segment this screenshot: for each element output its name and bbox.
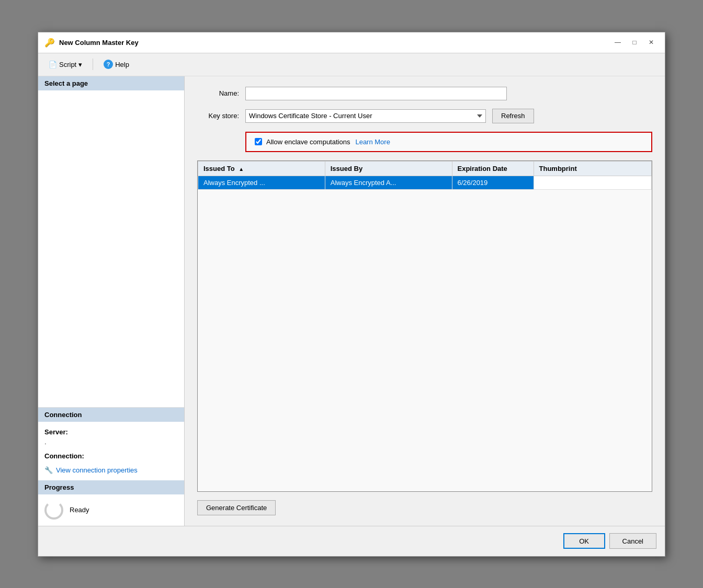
- enclave-label: Allow enclave computations: [266, 138, 350, 146]
- maximize-button[interactable]: □: [627, 37, 642, 48]
- progress-status: Ready: [70, 506, 89, 514]
- refresh-button[interactable]: Refresh: [492, 109, 534, 123]
- connection-area: Server: . Connection: 🔧 View connection …: [38, 422, 184, 480]
- thumbprint-label: Thumbprint: [539, 165, 577, 172]
- connection-icon: 🔧: [44, 466, 53, 474]
- close-button[interactable]: ✕: [644, 37, 659, 48]
- minimize-button[interactable]: —: [610, 37, 625, 48]
- enclave-checkbox[interactable]: [255, 138, 262, 145]
- server-value: .: [44, 438, 178, 446]
- cell-expiration: 6/26/2019: [452, 176, 534, 189]
- window-icon: 🔑: [44, 38, 55, 48]
- main-window: 🔑 New Column Master Key — □ ✕ 📄 Script ▾…: [38, 32, 665, 557]
- issued-to-label: Issued To: [203, 165, 235, 172]
- name-input[interactable]: [245, 87, 507, 100]
- progress-spinner: [44, 501, 63, 520]
- sidebar: Select a page Connection Server: . Conne…: [38, 76, 185, 526]
- col-header-thumbprint[interactable]: Thumbprint: [534, 161, 651, 176]
- progress-section: Connection Server: . Connection: 🔧 View …: [38, 407, 184, 526]
- window-title: New Column Master Key: [59, 39, 610, 47]
- cell-issued-by: Always Encrypted A...: [325, 176, 452, 189]
- script-button[interactable]: 📄 Script ▾: [44, 59, 86, 71]
- footer: OK Cancel: [38, 526, 665, 556]
- select-page-header: Select a page: [38, 76, 184, 90]
- help-icon: ?: [104, 60, 113, 69]
- cert-table-container: Issued To ▲ Issued By Expiration Date Th…: [197, 160, 652, 492]
- connection-label: Connection:: [44, 452, 178, 460]
- toolbar-divider: [93, 59, 93, 70]
- cert-table: Issued To ▲ Issued By Expiration Date Th…: [198, 161, 652, 190]
- body-area: Select a page Connection Server: . Conne…: [38, 76, 665, 526]
- keystore-select[interactable]: Windows Certificate Store - Current User…: [245, 109, 486, 123]
- toolbar: 📄 Script ▾ ? Help: [38, 53, 665, 76]
- table-header-row: Issued To ▲ Issued By Expiration Date Th…: [198, 161, 652, 176]
- col-header-issued-by[interactable]: Issued By: [325, 161, 452, 176]
- script-icon: 📄: [49, 61, 57, 68]
- enclave-box: Allow enclave computations Learn More: [245, 132, 652, 152]
- keystore-label: Key store:: [197, 112, 239, 120]
- cell-issued-to: Always Encrypted ...: [198, 176, 325, 189]
- name-row: Name:: [197, 87, 652, 100]
- script-label: Script: [59, 61, 76, 68]
- view-connection-link[interactable]: 🔧 View connection properties: [44, 466, 178, 474]
- keystore-row: Key store: Windows Certificate Store - C…: [197, 109, 652, 123]
- window-controls: — □ ✕: [610, 37, 659, 48]
- progress-header: Progress: [38, 480, 184, 494]
- help-button[interactable]: ? Help: [99, 57, 133, 71]
- checkbox-area: Allow enclave computations: [255, 138, 350, 146]
- ok-button[interactable]: OK: [563, 533, 605, 549]
- script-dropdown-icon: ▾: [78, 61, 82, 68]
- sort-arrow-icon: ▲: [239, 166, 244, 172]
- cert-table-body: Always Encrypted ...Always Encrypted A..…: [198, 176, 652, 189]
- cancel-button[interactable]: Cancel: [609, 533, 656, 549]
- progress-area: Ready: [38, 494, 184, 526]
- col-header-issued-to[interactable]: Issued To ▲: [198, 161, 325, 176]
- cell-thumbprint: [534, 176, 651, 189]
- issued-by-label: Issued By: [331, 165, 362, 172]
- connection-header: Connection: [38, 408, 184, 422]
- table-row[interactable]: Always Encrypted ...Always Encrypted A..…: [198, 176, 652, 189]
- view-connection-label: View connection properties: [56, 466, 138, 474]
- learn-more-link[interactable]: Learn More: [355, 138, 390, 146]
- name-label: Name:: [197, 89, 239, 97]
- main-content: Name: Key store: Windows Certificate Sto…: [185, 76, 665, 526]
- expiration-label: Expiration Date: [458, 165, 507, 172]
- title-bar: 🔑 New Column Master Key — □ ✕: [38, 32, 665, 53]
- generate-certificate-button[interactable]: Generate Certificate: [197, 500, 276, 515]
- help-label: Help: [115, 61, 129, 68]
- col-header-expiration[interactable]: Expiration Date: [452, 161, 534, 176]
- server-label: Server:: [44, 428, 178, 436]
